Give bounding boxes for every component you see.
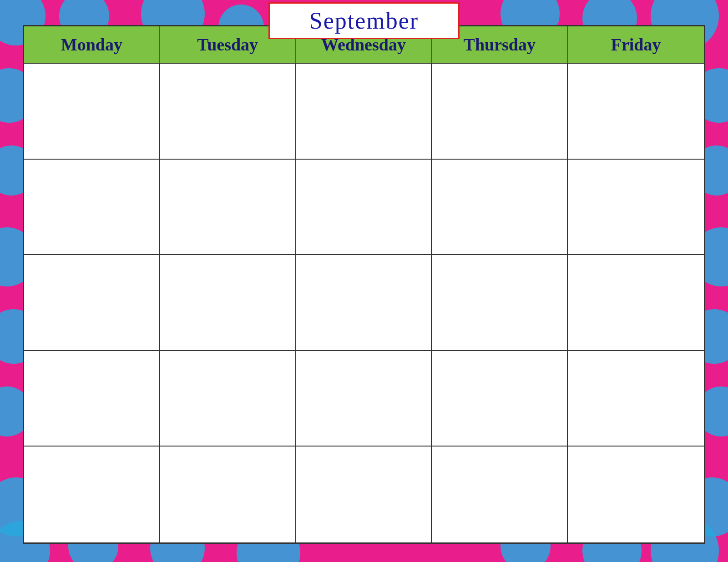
month-title-container: September [268, 2, 460, 39]
cell-row4-thu[interactable] [432, 351, 568, 447]
cell-row3-fri[interactable] [568, 255, 704, 351]
header-friday: Friday [568, 26, 704, 63]
month-title: September [309, 8, 419, 34]
cell-row1-fri[interactable] [568, 64, 704, 160]
calendar-wrapper: Monday Tuesday Wednesday Thursday Friday [23, 25, 705, 544]
cell-row3-tue[interactable] [160, 255, 296, 351]
cell-row2-thu[interactable] [432, 160, 568, 256]
cell-row1-tue[interactable] [160, 64, 296, 160]
header-monday: Monday [24, 26, 160, 63]
calendar-grid [24, 64, 704, 542]
cell-row2-wed[interactable] [296, 160, 432, 256]
cell-row5-mon[interactable] [24, 447, 160, 542]
cell-row3-mon[interactable] [24, 255, 160, 351]
cell-row4-wed[interactable] [296, 351, 432, 447]
cell-row5-wed[interactable] [296, 447, 432, 542]
cell-row4-fri[interactable] [568, 351, 704, 447]
cell-row2-fri[interactable] [568, 160, 704, 256]
cell-row1-wed[interactable] [296, 64, 432, 160]
cell-row5-fri[interactable] [568, 447, 704, 542]
cell-row5-thu[interactable] [432, 447, 568, 542]
calendar-container: Monday Tuesday Wednesday Thursday Friday [24, 26, 704, 542]
cell-row4-tue[interactable] [160, 351, 296, 447]
cell-row1-thu[interactable] [432, 64, 568, 160]
cell-row1-mon[interactable] [24, 64, 160, 160]
cell-row5-tue[interactable] [160, 447, 296, 542]
cell-row2-mon[interactable] [24, 160, 160, 256]
cell-row3-thu[interactable] [432, 255, 568, 351]
cell-row2-tue[interactable] [160, 160, 296, 256]
cell-row4-mon[interactable] [24, 351, 160, 447]
cell-row3-wed[interactable] [296, 255, 432, 351]
